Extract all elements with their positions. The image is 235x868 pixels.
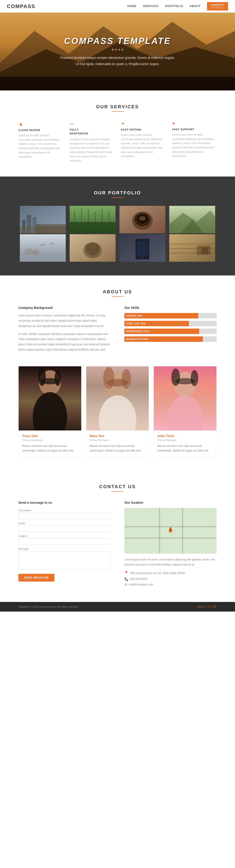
form-group-subject: Subject: (18, 535, 111, 545)
about-section: ABOUT US Company Background Lorem ipsum … (0, 275, 235, 366)
name-input[interactable] (18, 513, 111, 519)
about-company: Company Background Lorem ipsum dolor sit… (18, 306, 111, 352)
message-input[interactable] (18, 551, 111, 569)
contact-address: 📍 850 in luctus justo vel nisi. Duis mat… (124, 571, 217, 576)
team-name-2: Julia Three (157, 434, 213, 438)
nav-about[interactable]: ABOUT (189, 5, 201, 8)
svg-rect-63 (182, 508, 183, 554)
team-role-1: Product Designer (90, 439, 146, 441)
service-title-0: CLEAN DESIGN (18, 129, 63, 131)
about-divider (112, 296, 123, 297)
portfolio-item-phone[interactable] (118, 234, 167, 262)
nav-links: HOME SERVICES PORTFOLIO ABOUT CONTACT EX… (127, 2, 228, 11)
svg-point-38 (141, 257, 143, 259)
portfolio-item-cactus[interactable] (68, 234, 117, 262)
service-item-1: ▭ FULLYRESPONSIVE Compass is free respon… (70, 121, 114, 163)
service-item-2: ✦ EASY EDITING Lorem ipsum dolor sit ame… (121, 121, 165, 163)
email-label: Email: (18, 522, 111, 525)
nav-portfolio[interactable]: PORTFOLIO (165, 5, 183, 8)
svg-rect-17 (109, 210, 109, 229)
svg-rect-12 (74, 210, 75, 229)
contact-cols: Send a message to us Your Name: Email: S… (18, 501, 217, 588)
about-skills: Our Skills DESIGN 80% HTML CSS 70% (124, 306, 217, 352)
team-section: Tracy One Product Developer Mauris vel l… (0, 366, 235, 470)
subject-input[interactable] (18, 538, 111, 545)
about-company-text2: At nulla, debitis voluptates doloribus q… (18, 332, 111, 352)
hero-dots (60, 49, 175, 51)
portfolio-item-city[interactable] (18, 206, 67, 233)
svg-point-34 (95, 245, 100, 251)
svg-rect-14 (88, 209, 89, 229)
team-name-1: Mary Two (90, 434, 146, 438)
svg-rect-3 (0, 77, 235, 90)
team-role-2: Product Manager (157, 439, 213, 441)
portfolio-item-desert[interactable] (168, 206, 217, 233)
svg-point-53 (122, 369, 131, 389)
footer: Copyright © 2023 Company Name All rights… (0, 602, 235, 612)
service-title-2: EASY EDITING (121, 128, 165, 131)
service-icon-1: ▭ (70, 121, 114, 126)
portfolio-item-birds[interactable] (18, 234, 67, 262)
svg-point-46 (33, 392, 67, 430)
team-item-0: Tracy One Product Developer Mauris vel l… (18, 366, 81, 457)
navbar: COMPASS HOME SERVICES PORTFOLIO ABOUT CO… (0, 0, 235, 12)
svg-point-49 (41, 378, 59, 384)
address-icon: 📍 (124, 571, 128, 575)
hero-dot-1[interactable] (112, 49, 113, 51)
nav-contact-button[interactable]: CONTACT EXTERNAL (207, 2, 228, 11)
send-button[interactable]: SEND MESSAGE (18, 574, 54, 582)
hero-dot-3[interactable] (118, 49, 120, 51)
nav-home[interactable]: HOME (127, 5, 136, 8)
svg-point-56 (167, 395, 203, 430)
service-icon-3: ♥ (172, 121, 217, 126)
contact-form-title: Send a message to us (18, 501, 111, 504)
portfolio-item-coffee[interactable] (118, 206, 167, 233)
team-desc-2: Mauris vel lorem non odio accumsan scele… (157, 444, 213, 453)
service-icon-2: ✦ (121, 121, 165, 126)
svg-point-58 (191, 370, 198, 386)
hero-dot-2[interactable] (115, 49, 117, 51)
service-text-3: Lorem ipsum dolor sit amet, consectetur … (172, 132, 217, 158)
portfolio-grid (18, 206, 217, 262)
team-photo-0 (19, 366, 81, 430)
about-cols: Company Background Lorem ipsum dolor sit… (18, 306, 217, 352)
map-placeholder (124, 508, 217, 554)
svg-rect-13 (81, 208, 82, 229)
svg-point-29 (33, 250, 40, 255)
svg-rect-62 (159, 508, 160, 554)
svg-point-59 (175, 378, 195, 384)
phone-text: 083-003-0593 (130, 578, 147, 581)
service-item-3: ♥ FAST SUPPORT Lorem ipsum dolor sit ame… (172, 121, 217, 163)
services-section: OUR SERVICES ▲ CLEAN DESIGN Lorem ipsum … (0, 90, 235, 177)
hero-dot-4[interactable] (122, 49, 123, 51)
skill-bar-2: WORDPRESS 81% (124, 329, 217, 334)
nav-logo[interactable]: COMPASS (7, 3, 35, 9)
hero-title: COMPASS TEMPLATE (60, 36, 175, 46)
footer-copy: Copyright © 2023 Company Name All rights… (18, 606, 78, 608)
team-item-1: Mary Two Product Designer Mauris vel lor… (86, 366, 149, 457)
hero-subtitle-1: Praesent tincidunt neque semper elementu… (60, 55, 175, 61)
nav-services[interactable]: SERVICES (143, 5, 159, 8)
portfolio-section: OUR PORTFOLIO (0, 177, 235, 275)
back-to-top[interactable]: BACK TO TOP (198, 606, 217, 608)
svg-rect-37 (137, 241, 148, 256)
service-text-1: Compass is free responsive website templ… (70, 137, 114, 163)
portfolio-item-reeds[interactable] (68, 206, 117, 233)
email-input[interactable] (18, 525, 111, 532)
hero-content: COMPASS TEMPLATE Praesent tincidunt nequ… (37, 36, 198, 67)
svg-point-33 (85, 243, 92, 250)
svg-rect-40 (169, 243, 215, 245)
contact-desc: Lorem ipsum dolor sit amet, consectetur … (124, 557, 217, 567)
about-skills-title: Our Skills (124, 306, 217, 310)
service-text-2: Lorem ipsum dolor sit amet, consectetur … (121, 133, 165, 158)
form-group-email: Email: (18, 522, 111, 532)
portfolio-item-wood[interactable] (168, 234, 217, 262)
svg-rect-16 (102, 209, 103, 229)
svg-rect-64 (125, 537, 216, 539)
skill-label-2: WORDPRESS 81% (126, 330, 149, 333)
contact-title: CONTACT US (18, 484, 217, 489)
services-divider (112, 111, 123, 112)
portfolio-divider (112, 197, 123, 198)
name-label: Your Name: (18, 509, 111, 512)
form-group-message: Message: (18, 548, 111, 570)
